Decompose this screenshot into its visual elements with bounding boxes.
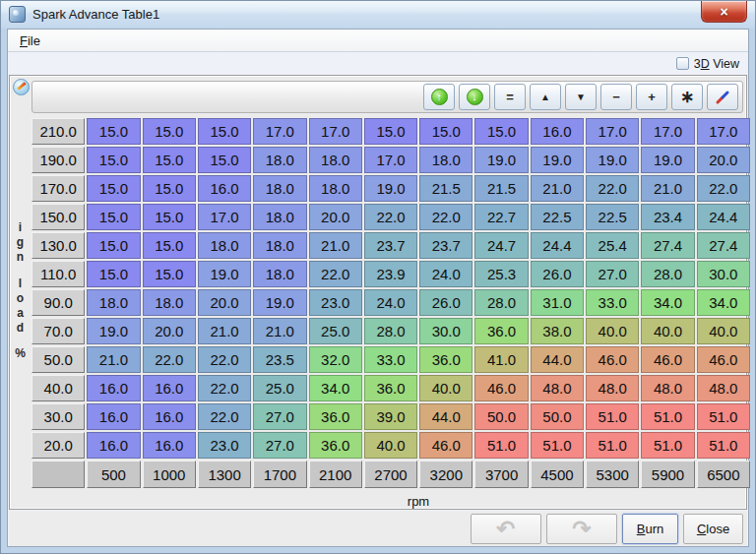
table-cell[interactable]: 19.0 <box>253 289 306 316</box>
table-cell[interactable]: 20.0 <box>143 318 196 344</box>
table-cell[interactable]: 15.0 <box>143 118 196 145</box>
table-cell[interactable]: 25.3 <box>474 261 528 287</box>
table-cell[interactable]: 16.0 <box>143 432 196 459</box>
table-cell[interactable]: 46.0 <box>586 346 639 373</box>
table-cell[interactable]: 48.0 <box>641 375 694 401</box>
table-cell[interactable]: 46.0 <box>641 346 694 373</box>
table-cell[interactable]: 17.0 <box>309 118 362 145</box>
table-cell[interactable]: 19.0 <box>364 175 417 202</box>
table-cell[interactable]: 27.0 <box>586 261 639 287</box>
close-button[interactable]: Close <box>683 514 743 544</box>
column-header[interactable]: 1000 <box>143 461 196 488</box>
column-header[interactable]: 3700 <box>474 461 528 488</box>
table-cell[interactable]: 22.0 <box>697 175 750 202</box>
table-cell[interactable]: 23.5 <box>253 346 306 373</box>
table-cell[interactable]: 15.0 <box>198 147 251 173</box>
table-cell[interactable]: 15.0 <box>87 232 140 259</box>
table-cell[interactable]: 24.0 <box>419 261 472 287</box>
table-cell[interactable]: 18.0 <box>253 232 306 259</box>
table-cell[interactable]: 21.0 <box>87 346 140 373</box>
table-cell[interactable]: 15.0 <box>143 147 196 173</box>
table-cell[interactable]: 22.0 <box>586 175 639 202</box>
table-cell[interactable]: 18.0 <box>419 147 472 173</box>
row-header[interactable]: 90.0 <box>32 289 85 316</box>
table-cell[interactable]: 19.0 <box>474 147 528 173</box>
table-cell[interactable]: 15.0 <box>198 118 251 145</box>
row-header[interactable]: 210.0 <box>32 118 85 145</box>
table-cell[interactable]: 51.0 <box>531 432 584 459</box>
table-cell[interactable]: 22.0 <box>143 346 196 373</box>
table-cell[interactable]: 50.0 <box>474 403 528 430</box>
table-cell[interactable]: 15.0 <box>87 261 140 287</box>
table-cell[interactable]: 34.0 <box>309 375 362 401</box>
table-cell[interactable]: 15.0 <box>419 118 472 145</box>
table-cell[interactable]: 40.0 <box>697 318 750 344</box>
table-cell[interactable]: 51.0 <box>697 432 750 459</box>
table-cell[interactable]: 48.0 <box>531 375 584 401</box>
table-cell[interactable]: 36.0 <box>419 346 472 373</box>
column-header[interactable]: 6500 <box>697 461 750 488</box>
table-cell[interactable]: 24.0 <box>364 289 417 316</box>
table-cell[interactable]: 18.0 <box>309 147 362 173</box>
table-cell[interactable]: 17.0 <box>253 118 306 145</box>
table-cell[interactable]: 48.0 <box>697 375 750 401</box>
row-header[interactable]: 150.0 <box>32 204 85 230</box>
table-cell[interactable]: 20.0 <box>697 147 750 173</box>
table-cell[interactable]: 19.0 <box>531 147 584 173</box>
table-cell[interactable]: 24.4 <box>697 204 750 230</box>
table-cell[interactable]: 21.0 <box>641 175 694 202</box>
table-cell[interactable]: 15.0 <box>87 204 140 230</box>
table-cell[interactable]: 23.0 <box>198 432 251 459</box>
table-cell[interactable]: 36.0 <box>309 432 362 459</box>
table-cell[interactable]: 18.0 <box>87 289 140 316</box>
table-cell[interactable]: 22.0 <box>419 204 472 230</box>
table-cell[interactable]: 17.0 <box>198 204 251 230</box>
table-cell[interactable]: 16.0 <box>143 403 196 430</box>
table-cell[interactable]: 30.0 <box>697 261 750 287</box>
table-cell[interactable]: 15.0 <box>143 175 196 202</box>
table-cell[interactable]: 40.0 <box>641 318 694 344</box>
row-header[interactable]: 30.0 <box>32 403 85 430</box>
column-header[interactable]: 5300 <box>586 461 639 488</box>
table-cell[interactable]: 26.0 <box>531 261 584 287</box>
table-cell[interactable]: 22.0 <box>198 375 251 401</box>
burn-button[interactable]: Burn <box>622 514 678 544</box>
row-header[interactable]: 40.0 <box>32 375 85 401</box>
table-cell[interactable]: 51.0 <box>641 432 694 459</box>
table-cell[interactable]: 24.4 <box>531 232 584 259</box>
table-cell[interactable]: 48.0 <box>586 375 639 401</box>
table-cell[interactable]: 18.0 <box>198 232 251 259</box>
increment-button[interactable]: ▲ <box>530 84 561 110</box>
table-cell[interactable]: 22.0 <box>364 204 417 230</box>
table-cell[interactable]: 21.5 <box>419 175 472 202</box>
column-header[interactable]: 2700 <box>364 461 417 488</box>
table-cell[interactable]: 23.9 <box>364 261 417 287</box>
table-cell[interactable]: 27.0 <box>253 432 306 459</box>
table-cell[interactable]: 46.0 <box>419 432 472 459</box>
table-cell[interactable]: 18.0 <box>143 289 196 316</box>
edit-bubble-icon[interactable] <box>13 79 30 95</box>
table-cell[interactable]: 39.0 <box>364 403 417 430</box>
column-header[interactable]: 2100 <box>309 461 362 488</box>
scale-down-button[interactable]: ↓ <box>459 84 490 110</box>
row-header[interactable]: 110.0 <box>32 261 85 287</box>
3d-view-checkbox[interactable] <box>676 57 689 70</box>
column-header[interactable]: 500 <box>87 461 140 488</box>
table-cell[interactable]: 33.0 <box>364 346 417 373</box>
table-cell[interactable]: 44.0 <box>531 346 584 373</box>
table-cell[interactable]: 17.0 <box>697 118 750 145</box>
table-cell[interactable]: 16.0 <box>531 118 584 145</box>
table-cell[interactable]: 26.0 <box>419 289 472 316</box>
row-header[interactable]: 130.0 <box>32 232 85 259</box>
table-cell[interactable]: 21.0 <box>198 318 251 344</box>
table-cell[interactable]: 22.0 <box>309 261 362 287</box>
table-cell[interactable]: 51.0 <box>697 403 750 430</box>
decrement-button[interactable]: ▼ <box>565 84 597 110</box>
table-cell[interactable]: 32.0 <box>309 346 362 373</box>
table-cell[interactable]: 16.0 <box>87 375 140 401</box>
column-header[interactable]: 5900 <box>641 461 694 488</box>
column-header[interactable]: 3200 <box>419 461 472 488</box>
table-cell[interactable]: 15.0 <box>474 118 528 145</box>
table-cell[interactable]: 28.0 <box>364 318 417 344</box>
row-header[interactable]: 70.0 <box>32 318 85 344</box>
